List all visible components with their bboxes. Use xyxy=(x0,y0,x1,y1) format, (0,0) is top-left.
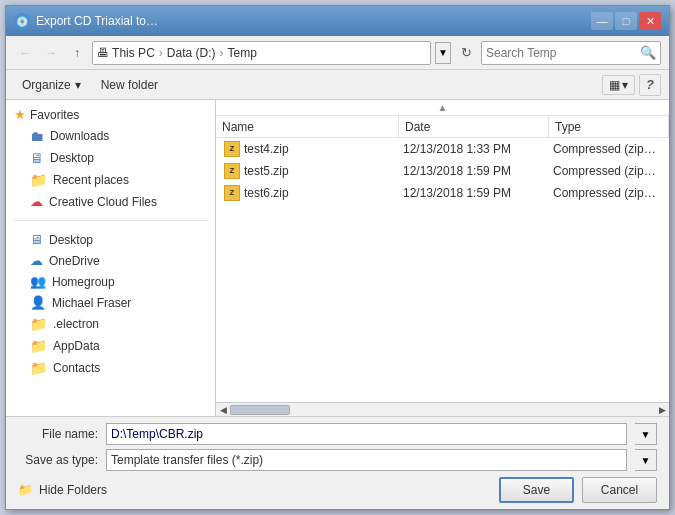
sidebar-item-desktop2[interactable]: 🖥 Desktop xyxy=(6,229,215,250)
view-icon: ▦ xyxy=(609,78,620,92)
file-list-header: Name Date Type xyxy=(216,116,669,138)
user-icon: 👤 xyxy=(30,295,46,310)
col-header-type[interactable]: Type xyxy=(549,116,669,137)
file-type-cell: Compressed (zipp… xyxy=(547,164,667,178)
folder-recent-icon: 📁 xyxy=(30,172,47,188)
sidebar-item-electron[interactable]: 📁 .electron xyxy=(6,313,215,335)
sidebar-item-recent[interactable]: 📁 Recent places xyxy=(6,169,215,191)
save-button[interactable]: Save xyxy=(499,477,574,503)
folder-appdata-icon: 📁 xyxy=(30,338,47,354)
sidebar-item-homegroup-label: Homegroup xyxy=(52,275,115,289)
hide-folders-icon: 📁 xyxy=(18,483,33,497)
scroll-thumb[interactable] xyxy=(230,405,290,415)
file-name-cell: Z test5.zip xyxy=(218,163,397,179)
sidebar-item-user-label: Michael Fraser xyxy=(52,296,131,310)
homegroup-icon: 👥 xyxy=(30,274,46,289)
col-header-date[interactable]: Date xyxy=(399,116,549,137)
main-content: ★ Favorites 🖿 Downloads 🖥 Desktop 📁 Rece… xyxy=(6,100,669,416)
filename-row: File name: ▼ xyxy=(18,423,657,445)
maximize-button[interactable]: □ xyxy=(615,12,637,30)
up-button[interactable]: ↑ xyxy=(66,42,88,64)
file-list-container: ▲ Name Date Type Z test4.zip xyxy=(216,100,669,416)
hide-folders-button[interactable]: 📁 Hide Folders xyxy=(18,483,107,497)
view-arrow: ▾ xyxy=(622,78,628,92)
sidebar-item-desktop2-label: Desktop xyxy=(49,233,93,247)
help-button[interactable]: ? xyxy=(639,74,661,96)
title-bar: 💿 Export CD Triaxial to… — □ ✕ xyxy=(6,6,669,36)
filetype-select[interactable]: Template transfer files (*.zip) xyxy=(106,449,627,471)
scroll-left-arrow[interactable]: ◀ xyxy=(216,403,230,417)
sidebar-item-contacts-label: Contacts xyxy=(53,361,100,375)
cloud-icon: ☁ xyxy=(30,194,43,209)
hide-folders-label: Hide Folders xyxy=(39,483,107,497)
sidebar-divider xyxy=(14,220,207,221)
file-name-cell: Z test4.zip xyxy=(218,141,397,157)
filetype-label: Save as type: xyxy=(18,453,98,467)
breadcrumb-pc: 🖶 This PC xyxy=(97,46,155,60)
new-folder-label: New folder xyxy=(101,78,158,92)
sidebar-item-cloud[interactable]: ☁ Creative Cloud Files xyxy=(6,191,215,212)
file-date-cell: 12/13/2018 1:33 PM xyxy=(397,142,547,156)
table-row[interactable]: Z test6.zip 12/13/2018 1:59 PM Compresse… xyxy=(216,182,669,204)
favorites-group: ★ Favorites 🖿 Downloads 🖥 Desktop 📁 Rece… xyxy=(6,100,215,216)
sidebar-item-user[interactable]: 👤 Michael Fraser xyxy=(6,292,215,313)
sidebar-item-electron-label: .electron xyxy=(53,317,99,331)
file-list[interactable]: Z test4.zip 12/13/2018 1:33 PM Compresse… xyxy=(216,138,669,402)
zip-icon: Z xyxy=(224,185,240,201)
file-type-cell: Compressed (zipp… xyxy=(547,186,667,200)
desktop-icon: 🖥 xyxy=(30,232,43,247)
forward-button[interactable]: → xyxy=(40,42,62,64)
folder-contacts-icon: 📁 xyxy=(30,360,47,376)
sort-indicator: ▲ xyxy=(216,100,669,116)
close-button[interactable]: ✕ xyxy=(639,12,661,30)
app-icon: 💿 xyxy=(14,13,30,29)
organize-arrow: ▾ xyxy=(75,78,81,92)
sidebar-item-downloads[interactable]: 🖿 Downloads xyxy=(6,125,215,147)
action-toolbar: Organize ▾ New folder ▦ ▾ ? xyxy=(6,70,669,100)
search-input[interactable] xyxy=(486,46,640,60)
view-button[interactable]: ▦ ▾ xyxy=(602,75,635,95)
back-button[interactable]: ← xyxy=(14,42,36,64)
search-box[interactable]: 🔍 xyxy=(481,41,661,65)
horizontal-scrollbar[interactable]: ◀ ▶ xyxy=(216,402,669,416)
minimize-button[interactable]: — xyxy=(591,12,613,30)
folder-electron-icon: 📁 xyxy=(30,316,47,332)
sidebar: ★ Favorites 🖿 Downloads 🖥 Desktop 📁 Rece… xyxy=(6,100,216,416)
breadcrumb-drive: Data (D:) xyxy=(167,46,216,60)
file-date-cell: 12/13/2018 1:59 PM xyxy=(397,186,547,200)
scroll-track[interactable] xyxy=(230,405,655,415)
breadcrumb[interactable]: 🖶 This PC › Data (D:) › Temp xyxy=(92,41,431,65)
filetype-row: Save as type: Template transfer files (*… xyxy=(18,449,657,471)
sidebar-item-desktop[interactable]: 🖥 Desktop xyxy=(6,147,215,169)
file-date-cell: 12/13/2018 1:59 PM xyxy=(397,164,547,178)
sidebar-item-appdata-label: AppData xyxy=(53,339,100,353)
filename-input[interactable] xyxy=(106,423,627,445)
new-folder-button[interactable]: New folder xyxy=(93,76,166,94)
sidebar-item-desktop-label: Desktop xyxy=(50,151,94,165)
breadcrumb-folder: Temp xyxy=(227,46,256,60)
organize-button[interactable]: Organize ▾ xyxy=(14,76,89,94)
scroll-right-arrow[interactable]: ▶ xyxy=(655,403,669,417)
sidebar-item-contacts[interactable]: 📁 Contacts xyxy=(6,357,215,379)
col-header-name[interactable]: Name xyxy=(216,116,399,137)
sidebar-item-onedrive[interactable]: ☁ OneDrive xyxy=(6,250,215,271)
sidebar-item-downloads-label: Downloads xyxy=(50,129,109,143)
sidebar-item-homegroup[interactable]: 👥 Homegroup xyxy=(6,271,215,292)
search-icon: 🔍 xyxy=(640,45,656,60)
refresh-button[interactable]: ↻ xyxy=(455,42,477,64)
filename-label: File name: xyxy=(18,427,98,441)
zip-icon: Z xyxy=(224,163,240,179)
sidebar-item-appdata[interactable]: 📁 AppData xyxy=(6,335,215,357)
dialog-title: Export CD Triaxial to… xyxy=(36,14,158,28)
cancel-button[interactable]: Cancel xyxy=(582,477,657,503)
file-name-cell: Z test6.zip xyxy=(218,185,397,201)
breadcrumb-dropdown[interactable]: ▼ xyxy=(435,42,451,64)
filetype-dropdown[interactable]: ▼ xyxy=(635,449,657,471)
filename-dropdown[interactable]: ▼ xyxy=(635,423,657,445)
table-row[interactable]: Z test4.zip 12/13/2018 1:33 PM Compresse… xyxy=(216,138,669,160)
favorites-label: Favorites xyxy=(30,108,79,122)
sidebar-item-onedrive-label: OneDrive xyxy=(49,254,100,268)
favorites-header[interactable]: ★ Favorites xyxy=(6,104,215,125)
table-row[interactable]: Z test5.zip 12/13/2018 1:59 PM Compresse… xyxy=(216,160,669,182)
organize-label: Organize xyxy=(22,78,71,92)
